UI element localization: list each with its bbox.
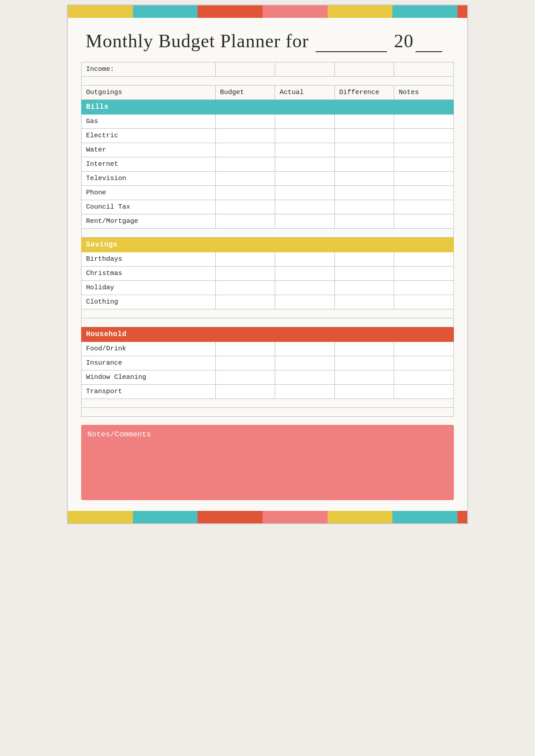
row-electric: Electric <box>82 129 216 143</box>
household-header-row: Household <box>82 327 454 342</box>
bot-bar-seg-6 <box>392 511 457 523</box>
title-year-line <box>416 30 442 52</box>
header-actual: Actual <box>275 86 335 100</box>
bar-seg-1 <box>68 5 133 18</box>
bot-bar-seg-3 <box>198 511 263 523</box>
header-notes: Notes <box>394 86 454 100</box>
spacer-row-3 <box>82 309 454 318</box>
income-actual <box>275 62 335 77</box>
bot-bar-seg-4 <box>263 511 328 523</box>
row-birthdays: Birthdays <box>82 252 216 267</box>
row-phone: Phone <box>82 186 216 200</box>
title-main: Monthly Budget Planner for <box>86 31 309 51</box>
row-internet: Internet <box>82 157 216 172</box>
bar-seg-2 <box>133 5 198 18</box>
spacer-row-6 <box>82 408 454 417</box>
spacer-row-2 <box>82 229 454 238</box>
top-color-bar <box>68 5 467 18</box>
table-row: Internet <box>82 157 454 172</box>
row-insurance: Insurance <box>82 356 216 370</box>
spacer-row-5 <box>82 399 454 408</box>
row-christmas: Christmas <box>82 267 216 281</box>
row-transport: Transport <box>82 385 216 399</box>
row-holiday: Holiday <box>82 281 216 295</box>
table-row: Gas <box>82 115 454 129</box>
household-label: Household <box>82 327 454 342</box>
income-notes <box>394 62 454 77</box>
page-title: Monthly Budget Planner for 20 <box>86 31 444 51</box>
table-row: Holiday <box>82 281 454 295</box>
bills-header-row: Bills <box>82 100 454 115</box>
income-row: Income: <box>82 62 454 77</box>
table-row: Council Tax <box>82 200 454 214</box>
table-row: Food/Drink <box>82 342 454 356</box>
table-row: Insurance <box>82 356 454 370</box>
table-row: Phone <box>82 186 454 200</box>
bar-seg-4 <box>263 5 328 18</box>
savings-header-row: Savings <box>82 238 454 252</box>
income-label: Income: <box>82 62 216 77</box>
row-rent-mortgage: Rent/Mortgage <box>82 214 216 229</box>
table-row: Birthdays <box>82 252 454 267</box>
table-row: Transport <box>82 385 454 399</box>
spacer-row-4 <box>82 318 454 327</box>
income-diff <box>334 62 394 77</box>
notes-title: Notes/Comments <box>87 430 448 439</box>
bar-seg-6 <box>392 5 457 18</box>
table-row: Television <box>82 172 454 186</box>
notes-section: Notes/Comments <box>81 425 454 500</box>
table-row: Window Cleaning <box>82 370 454 385</box>
row-food-drink: Food/Drink <box>82 342 216 356</box>
title-year-prefix: 20 <box>394 31 414 51</box>
bar-seg-5 <box>328 5 393 18</box>
table-row: Clothing <box>82 295 454 309</box>
page: Monthly Budget Planner for 20 Income: Ou… <box>67 4 468 524</box>
row-television: Television <box>82 172 216 186</box>
row-water: Water <box>82 143 216 157</box>
table-row: Water <box>82 143 454 157</box>
income-budget <box>215 62 275 77</box>
bot-bar-seg-2 <box>133 511 198 523</box>
budget-table: Income: Outgoings Budget Actual Differen… <box>81 62 454 417</box>
header-outgoings: Outgoings <box>82 86 216 100</box>
row-window-cleaning: Window Cleaning <box>82 370 216 385</box>
header-difference: Difference <box>334 86 394 100</box>
row-gas: Gas <box>82 115 216 129</box>
table-row: Electric <box>82 129 454 143</box>
title-name-line <box>316 30 387 52</box>
bot-bar-seg-1 <box>68 511 133 523</box>
bar-seg-7 <box>457 5 467 18</box>
notes-content[interactable] <box>87 441 448 495</box>
bills-label: Bills <box>82 100 454 115</box>
bottom-color-bar <box>68 511 467 523</box>
bot-bar-seg-7 <box>457 511 467 523</box>
header-budget: Budget <box>215 86 275 100</box>
spacer-row-1 <box>82 77 454 86</box>
bot-bar-seg-5 <box>328 511 393 523</box>
row-council-tax: Council Tax <box>82 200 216 214</box>
row-clothing: Clothing <box>82 295 216 309</box>
title-area: Monthly Budget Planner for 20 <box>68 18 467 62</box>
table-row: Christmas <box>82 267 454 281</box>
column-headers: Outgoings Budget Actual Difference Notes <box>82 86 454 100</box>
savings-label: Savings <box>82 238 454 252</box>
bar-seg-3 <box>198 5 263 18</box>
table-row: Rent/Mortgage <box>82 214 454 229</box>
